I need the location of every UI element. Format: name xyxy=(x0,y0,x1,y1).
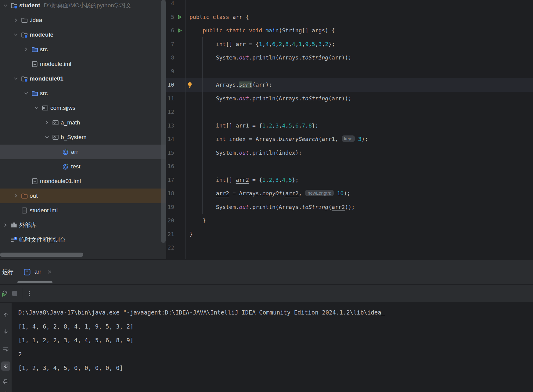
chevron-down-icon[interactable] xyxy=(32,105,41,111)
line-number: 21 xyxy=(166,228,174,241)
tree-item-label: 外部库 xyxy=(19,221,37,229)
line-number: 16 xyxy=(166,160,174,173)
chevron-spacer xyxy=(22,178,30,184)
chevron-right-icon[interactable] xyxy=(12,17,20,23)
chevron-down-icon[interactable] xyxy=(12,76,20,82)
run-gutter-icon[interactable] xyxy=(174,10,185,24)
console-line xyxy=(18,375,385,389)
run-console[interactable]: D:\Java8\Java-17\bin\java.exe "-javaagen… xyxy=(0,303,533,392)
code-line-6[interactable]: 6 public static void main(String[] args)… xyxy=(166,24,533,38)
close-icon[interactable] xyxy=(47,269,52,275)
scroll-to-end-icon[interactable] xyxy=(1,361,10,371)
tree-row-com.sjjws[interactable]: com.sjjws xyxy=(0,101,166,115)
gutter-spacer xyxy=(174,78,185,92)
chevron-right-icon[interactable] xyxy=(22,46,30,52)
code-line-21[interactable]: 21} xyxy=(166,228,533,241)
code-line-19[interactable]: 19 System.out.println(Arrays.toString(ar… xyxy=(166,200,533,214)
line-number: 7 xyxy=(166,38,174,51)
code-line-16[interactable]: 16 xyxy=(166,160,533,173)
scroll-top-icon[interactable] xyxy=(1,310,10,319)
chevron-down-icon[interactable] xyxy=(22,90,30,96)
code-text: public class arr { xyxy=(185,10,249,24)
module-icon xyxy=(20,31,29,38)
code-line-9[interactable]: 9 xyxy=(166,65,533,78)
code-line-11[interactable]: 11 System.out.println(Arrays.toString(ar… xyxy=(166,92,533,106)
line-number: 12 xyxy=(166,105,174,119)
tree-row-临时文件和控制台[interactable]: 临时文件和控制台 xyxy=(0,232,166,247)
gutter-spacer xyxy=(174,0,185,10)
tree-row-b_System[interactable]: b_System xyxy=(0,130,166,145)
code-line-22[interactable]: 22 xyxy=(166,241,533,255)
project-vertical-scrollbar[interactable] xyxy=(161,0,166,243)
code-text: int index = Arrays.binarySearch(arr1, ke… xyxy=(185,132,368,146)
code-line-10[interactable]: 10 Arrays.sort(arr); xyxy=(166,78,533,92)
line-number: 11 xyxy=(166,92,174,106)
tree-row-mondeule01[interactable]: mondeule01 xyxy=(0,71,166,86)
code-text xyxy=(185,65,189,78)
tree-row-student[interactable]: studentD:\新桌面\MC小杨的python学习文 xyxy=(0,0,166,13)
tree-row-.idea[interactable]: .idea xyxy=(0,13,166,27)
tree-row-modeule[interactable]: modeule xyxy=(0,27,166,42)
code-line-4[interactable]: 4 xyxy=(166,0,533,10)
print-icon[interactable] xyxy=(1,377,10,387)
scroll-bottom-icon[interactable] xyxy=(1,327,10,336)
tree-row-out[interactable]: out xyxy=(0,189,166,203)
code-line-20[interactable]: 20 } xyxy=(166,214,533,228)
tree-row-外部库[interactable]: 外部库 xyxy=(0,218,166,232)
project-path-hint: D:\新桌面\MC小杨的python学习文 xyxy=(44,2,131,9)
inlay-hint: key: xyxy=(342,135,355,142)
tree-row-src[interactable]: src xyxy=(0,42,166,57)
tree-row-modeule.iml[interactable]: modeule.iml xyxy=(0,57,166,71)
chevron-down-icon[interactable] xyxy=(1,2,9,9)
console-line: 进程已结束，退出代码为 0 xyxy=(18,389,385,392)
gutter-spacer xyxy=(174,173,185,187)
tree-row-student.iml[interactable]: student.iml xyxy=(0,203,166,218)
run-panel-header: 运行 arr xyxy=(0,260,533,285)
code-line-5[interactable]: 5public class arr { xyxy=(166,10,533,24)
tree-row-test[interactable]: test xyxy=(0,159,166,174)
code-text: System.out.println(index); xyxy=(185,146,302,160)
code-line-13[interactable]: 13 int[] arr1 = {1,2,3,4,5,6,7,8}; xyxy=(166,119,533,133)
chevron-right-icon[interactable] xyxy=(43,120,51,126)
run-gutter-icon[interactable] xyxy=(174,24,185,38)
code-text: } xyxy=(185,214,206,228)
rerun-icon[interactable] xyxy=(0,285,9,302)
run-tab-arr[interactable]: arr xyxy=(23,260,52,284)
code-lines: 45public class arr {6 public static void… xyxy=(166,0,533,255)
tree-item-label: modeule.iml xyxy=(40,61,71,67)
code-line-8[interactable]: 8 System.out.println(Arrays.toString(arr… xyxy=(166,51,533,65)
chevron-down-icon[interactable] xyxy=(43,134,51,140)
project-tool-window: studentD:\新桌面\MC小杨的python学习文.ideamodeule… xyxy=(0,0,166,259)
lightbulb-icon[interactable] xyxy=(186,81,193,88)
code-line-12[interactable]: 12 xyxy=(166,105,533,119)
chevron-right-icon[interactable] xyxy=(12,193,20,199)
tree-row-a_math[interactable]: a_math xyxy=(0,115,166,130)
code-line-7[interactable]: 7 int[] arr = {1,4,6,2,8,4,1,9,5,3,2}; xyxy=(166,38,533,51)
code-text: int[] arr1 = {1,2,3,4,5,6,7,8}; xyxy=(185,119,319,133)
gutter-divider xyxy=(185,0,186,259)
run-toolbar xyxy=(0,285,533,303)
more-options-icon[interactable] xyxy=(25,285,34,302)
editor-area[interactable]: 45public class arr {6 public static void… xyxy=(166,0,533,259)
inlay-hint: newLength: xyxy=(305,190,334,196)
clear-icon[interactable] xyxy=(1,390,10,392)
class-run-icon xyxy=(61,148,70,156)
tree-row-arr[interactable]: arr xyxy=(0,145,166,159)
gutter-spacer xyxy=(174,38,185,51)
code-text: System.out.println(Arrays.toString(arr))… xyxy=(185,92,351,106)
tree-row-mondeule01.iml[interactable]: mondeule01.iml xyxy=(0,174,166,189)
console-line: D:\Java8\Java-17\bin\java.exe "-javaagen… xyxy=(18,306,385,320)
iml-file-icon xyxy=(30,60,39,68)
soft-wrap-icon[interactable] xyxy=(1,345,10,354)
code-line-17[interactable]: 17 int[] arr2 = {1,2,3,4,5}; xyxy=(166,173,533,187)
code-line-14[interactable]: 14 int index = Arrays.binarySearch(arr1,… xyxy=(166,132,533,146)
stop-icon[interactable] xyxy=(10,285,19,302)
console-line: 2 xyxy=(18,347,385,361)
code-line-18[interactable]: 18 arr2 = Arrays.copyOf(arr2, newLength:… xyxy=(166,187,533,200)
project-horizontal-scrollbar[interactable] xyxy=(0,253,83,257)
tree-row-src[interactable]: src xyxy=(0,86,166,101)
project-tree: studentD:\新桌面\MC小杨的python学习文.ideamodeule… xyxy=(0,0,166,247)
code-line-15[interactable]: 15 System.out.println(index); xyxy=(166,146,533,160)
chevron-down-icon[interactable] xyxy=(12,32,20,38)
chevron-right-icon[interactable] xyxy=(1,222,9,228)
